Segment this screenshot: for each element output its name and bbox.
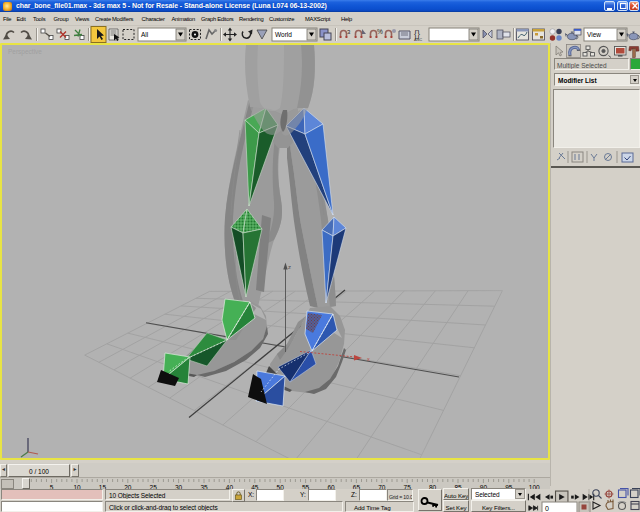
svg-text:ASC: ASC xyxy=(414,37,422,42)
svg-text:Perspective: Perspective xyxy=(8,48,42,56)
svg-text:z: z xyxy=(288,264,291,270)
svg-text:%: % xyxy=(377,28,383,35)
svg-text:0: 0 xyxy=(545,505,549,512)
svg-text:3: 3 xyxy=(347,29,351,35)
svg-text:x: x xyxy=(367,356,370,362)
svg-text:View: View xyxy=(587,31,601,38)
svg-text:World: World xyxy=(275,31,292,38)
svg-text:All: All xyxy=(141,31,149,38)
